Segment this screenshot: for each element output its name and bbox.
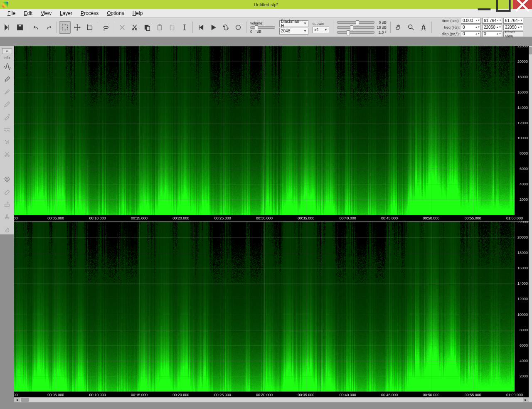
maximize-button[interactable] (494, 0, 513, 9)
channel-right[interactable]: 2200020000180001600014000120001000080006… (14, 222, 529, 397)
disp-y-field[interactable]: 0▲▼ (482, 31, 502, 37)
freq-range-label: freq (Hz): (436, 25, 460, 30)
window-function-dropdown[interactable]: Blackman-H▼ (279, 20, 308, 27)
subwin-label: subwin (313, 22, 324, 26)
svg-rect-3 (62, 25, 68, 30)
waveform-icon[interactable] (1, 62, 13, 72)
label-faded (1, 161, 13, 172)
range-slider[interactable] (337, 26, 374, 29)
airbrush-icon[interactable] (1, 111, 13, 122)
scroll-right-button[interactable]: ► (523, 397, 529, 402)
stamp-icon[interactable] (1, 211, 13, 222)
freq-axis-right: 2200020000180001600014000120001000080006… (515, 222, 529, 392)
volume-group: volume: 0 dB (249, 21, 277, 34)
volume-value: 0 (250, 30, 252, 34)
record-button[interactable] (232, 21, 244, 34)
menu-process[interactable]: Process (76, 9, 103, 18)
svg-rect-8 (146, 26, 150, 30)
window-title: Untitled.slp* (254, 2, 278, 7)
eyedropper-icon[interactable] (1, 74, 13, 85)
time-end-field[interactable]: 61.764▲▼ (482, 18, 502, 24)
gamma-slider[interactable] (337, 31, 374, 34)
svg-rect-0 (497, 0, 510, 11)
menu-options[interactable]: Options (103, 9, 128, 18)
svg-point-22 (6, 178, 8, 180)
loop-button[interactable] (220, 21, 232, 34)
freq-axis-left: 2200020000180001600014000120001000080006… (515, 46, 529, 215)
save-button[interactable] (14, 21, 26, 34)
expand-button[interactable]: ›› (2, 48, 12, 54)
play-button[interactable] (207, 21, 219, 34)
time-start-field[interactable]: 0.000▲▼ (461, 18, 481, 24)
svg-point-18 (8, 143, 9, 143)
redo-button[interactable] (43, 21, 54, 34)
freq-low-field[interactable]: 0▲▼ (461, 25, 481, 30)
time-range-label: time (sec): (436, 19, 460, 23)
info-label: Info: (3, 56, 11, 60)
circle-tool-icon[interactable] (1, 174, 13, 185)
toolbar: volume: 0 dB Blackman-H▼ 2048▼ subwin x4… (0, 18, 532, 37)
menu-file[interactable]: File (3, 9, 20, 18)
cut-button[interactable] (129, 21, 140, 34)
svg-rect-2 (18, 25, 21, 27)
svg-point-12 (236, 25, 241, 30)
smudge-icon[interactable] (1, 224, 13, 234)
time-axis-right: .00000:05.00000:10.00000:15.00000:20.000… (14, 392, 515, 397)
svg-point-15 (5, 140, 6, 141)
svg-rect-9 (158, 25, 162, 30)
paint-icon[interactable] (1, 199, 13, 209)
volume-slider[interactable] (250, 26, 275, 29)
lasso-button[interactable] (100, 21, 112, 34)
eraser-icon[interactable] (1, 186, 13, 197)
brush-faded-icon[interactable] (1, 86, 13, 97)
close-button[interactable] (513, 0, 532, 9)
menu-layer[interactable]: Layer (56, 9, 76, 18)
hand-tool-button[interactable] (393, 21, 404, 34)
menu-edit[interactable]: Edit (20, 9, 37, 18)
side-toolbar: ›› Info: (0, 46, 14, 234)
copy-button[interactable] (141, 21, 153, 34)
spectrogram-view[interactable]: 2200020000180001600014000120001000080006… (14, 46, 529, 397)
svg-point-17 (6, 143, 7, 144)
freq-span-field[interactable]: 22050▲▼ (503, 25, 523, 30)
svg-rect-23 (5, 204, 10, 206)
channel-left[interactable]: 2200020000180001600014000120001000080006… (14, 46, 529, 222)
reset-view-button[interactable]: Reset View (503, 31, 523, 37)
menubar: File Edit View Layer Process Options Hel… (0, 9, 532, 18)
scroll-left-button[interactable]: ◄ (14, 397, 20, 402)
cursor-button[interactable] (179, 21, 190, 34)
svg-rect-4 (88, 26, 92, 30)
fft-size-dropdown[interactable]: 2048▼ (279, 28, 308, 34)
subwin-dropdown[interactable]: x4▼ (313, 27, 329, 33)
mix-paste-button[interactable] (166, 21, 178, 34)
minimize-button[interactable] (475, 0, 494, 9)
spectro-canvas-left (14, 46, 515, 215)
horizontal-scrollbar[interactable]: ◄ ► (14, 397, 529, 402)
freq-high-field[interactable]: 22050▲▼ (482, 25, 502, 30)
disp-x-field[interactable]: 0▲▼ (461, 31, 481, 37)
import-button[interactable] (2, 21, 13, 34)
delete-button[interactable] (116, 21, 128, 34)
svg-rect-11 (170, 25, 174, 30)
select-rect-button[interactable] (59, 21, 71, 34)
to-start-button[interactable] (195, 21, 207, 34)
gain-slider[interactable] (337, 21, 374, 24)
wave-tool-icon[interactable] (1, 124, 13, 135)
zoom-tool-button[interactable] (405, 21, 417, 34)
measure-tool-button[interactable] (418, 21, 429, 34)
vertical-scrollbar[interactable] (529, 46, 532, 397)
pencil-icon[interactable] (1, 99, 13, 110)
svg-rect-24 (5, 218, 9, 219)
svg-point-14 (7, 141, 7, 142)
undo-button[interactable] (30, 21, 42, 34)
menu-view[interactable]: View (37, 9, 56, 18)
scissors-icon[interactable] (1, 149, 13, 160)
spray-icon[interactable] (1, 136, 13, 147)
menu-help[interactable]: Help (128, 9, 147, 18)
time-span-field[interactable]: 61.764▲▼ (503, 18, 523, 24)
paste-button[interactable] (154, 21, 165, 34)
crop-button[interactable] (84, 21, 96, 34)
svg-point-13 (409, 25, 412, 28)
app-icon (2, 2, 8, 7)
move-button[interactable] (71, 21, 83, 34)
